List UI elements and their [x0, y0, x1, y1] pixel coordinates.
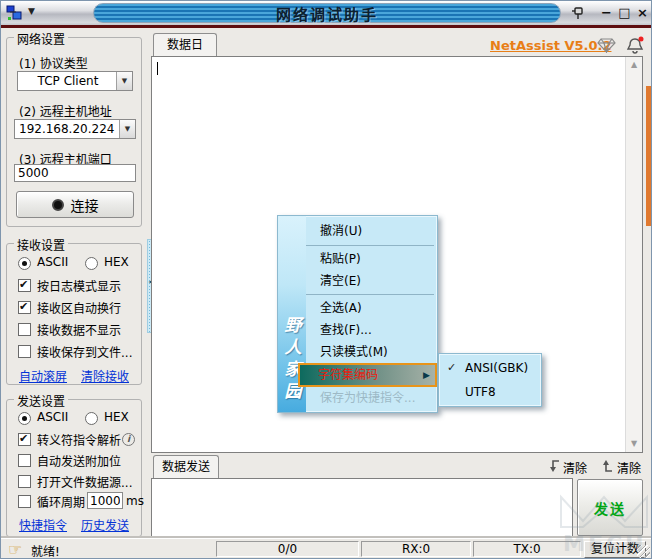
- status-tx: TX:0: [473, 541, 581, 557]
- auto-append-label: 自动发送附加位: [37, 452, 121, 469]
- auto-scroll-link[interactable]: 自动滚屏: [19, 367, 67, 384]
- history-send-link[interactable]: 历史发送: [81, 516, 129, 533]
- send-hex-radio[interactable]: [85, 412, 98, 425]
- menu-items: 撤消(U) 粘贴(P) 清空(E) 全选(A) 查找(F)... 只读模式(M)…: [306, 216, 437, 412]
- title-bar: ▼ 网络调试助手 − □ ×: [1, 1, 651, 25]
- scroll-up-icon[interactable]: ▲: [626, 57, 642, 73]
- ansi-gbk-label: ANSI(GBK): [465, 361, 528, 375]
- titlebar-accent-line: [1, 25, 651, 28]
- receive-ascii-radio[interactable]: [18, 257, 31, 270]
- data-send-tab-label: 数据发送: [162, 460, 210, 474]
- menu-item-paste[interactable]: 粘贴(P): [306, 248, 437, 270]
- save-to-file-label: 接收保存到文件...: [37, 343, 132, 360]
- resize-grip[interactable]: [637, 545, 650, 558]
- scroll-down-icon[interactable]: ▼: [626, 436, 642, 452]
- minimize-button[interactable]: −: [598, 3, 615, 22]
- file-source-label: 打开文件数据源...: [37, 473, 132, 490]
- connect-button[interactable]: 连接: [16, 191, 134, 218]
- menu-item-undo[interactable]: 撤消(U): [306, 219, 437, 243]
- log-scrollbar[interactable]: ▲ ▼: [625, 57, 642, 452]
- version-link[interactable]: NetAssist V5.0.2: [490, 38, 611, 53]
- chevron-down-icon[interactable]: ▼: [116, 72, 132, 90]
- connect-label: 连接: [71, 195, 99, 215]
- save-to-file-checkbox[interactable]: [18, 345, 31, 358]
- notification-dot: [639, 37, 644, 42]
- submenu-item-ansi-gbk[interactable]: ✓ ANSI(GBK): [439, 356, 541, 380]
- submenu-item-utf8[interactable]: UTF8: [439, 380, 541, 404]
- status-ready-text: 就绪!: [31, 542, 60, 559]
- cycle-label: 循环周期: [37, 493, 85, 510]
- auto-wrap-label: 接收区自动换行: [37, 299, 121, 316]
- network-settings-title: 网络设置: [14, 30, 68, 47]
- receive-hex-radio[interactable]: [85, 257, 98, 270]
- title-plate: 网络调试助手: [93, 3, 561, 23]
- status-counter: 0/0: [216, 541, 359, 557]
- pin-icon[interactable]: [568, 4, 588, 22]
- maximize-button[interactable]: □: [616, 3, 633, 22]
- clear-receive-button[interactable]: 清除: [563, 459, 587, 476]
- log-mode-label: 按日志模式显示: [37, 277, 121, 294]
- receive-hex-label: HEX: [104, 255, 129, 269]
- send-button-label: 发送: [594, 498, 626, 518]
- log-mode-checkbox[interactable]: [18, 279, 31, 292]
- bell-icon[interactable]: [625, 36, 645, 54]
- network-settings-group: 网络设置 (1) 协议类型 TCP Client ▼ (2) 远程主机地址 19…: [6, 37, 142, 227]
- gem-icon[interactable]: [597, 38, 616, 53]
- send-button[interactable]: 发送: [577, 479, 643, 536]
- clear-send-arrow-icon[interactable]: [599, 459, 614, 473]
- text-caret: [157, 62, 158, 75]
- receive-settings-group: 接收设置 ASCII HEX 按日志模式显示 接收区自动换行 接收数据不显示 接…: [6, 243, 142, 385]
- menu-item-select-all[interactable]: 全选(A): [306, 297, 437, 319]
- quick-commands-link[interactable]: 快捷指令: [19, 516, 67, 533]
- menu-separator: [306, 245, 434, 246]
- protocol-value: TCP Client: [22, 72, 114, 90]
- menu-item-readonly-mode[interactable]: 只读模式(M): [306, 341, 437, 363]
- host-label: (2) 远程主机地址: [19, 102, 112, 119]
- receive-settings-title: 接收设置: [14, 236, 68, 253]
- tab-data-log[interactable]: 数据日志: [153, 33, 217, 56]
- protocol-label: (1) 协议类型: [19, 54, 88, 71]
- menu-item-find[interactable]: 查找(F)...: [306, 319, 437, 341]
- submenu-arrow-icon: ▶: [423, 365, 430, 385]
- file-source-checkbox[interactable]: [18, 475, 31, 488]
- utf8-label: UTF8: [465, 385, 496, 399]
- auto-append-checkbox[interactable]: [18, 454, 31, 467]
- host-combobox[interactable]: 192.168.20.224 ▼: [14, 119, 136, 139]
- chevron-down-icon[interactable]: ▼: [119, 120, 135, 138]
- menu-item-charset-encoding[interactable]: 字符集编码 ▶: [298, 363, 437, 387]
- cycle-checkbox[interactable]: [18, 495, 31, 508]
- menu-item-clear[interactable]: 清空(E): [306, 270, 437, 292]
- receive-ascii-label: ASCII: [37, 255, 68, 269]
- send-ascii-label: ASCII: [37, 410, 68, 424]
- protocol-combobox[interactable]: TCP Client ▼: [17, 71, 133, 91]
- connection-status-icon: [52, 199, 64, 211]
- menu-item-save-quick-command[interactable]: 保存为快捷指令...: [306, 387, 437, 409]
- hide-received-checkbox[interactable]: [18, 323, 31, 336]
- clear-receive-link[interactable]: 清除接收: [81, 367, 129, 384]
- status-bar: ☞ 就绪! 0/0 RX:0 TX:0 复位计数: [1, 538, 651, 559]
- send-hex-label: HEX: [104, 410, 129, 424]
- auto-wrap-checkbox[interactable]: [18, 301, 31, 314]
- hide-received-label: 接收数据不显示: [37, 321, 121, 338]
- clear-receive-arrow-icon[interactable]: [546, 459, 561, 473]
- send-settings-title: 发送设置: [14, 392, 68, 409]
- tab-data-send[interactable]: 数据发送: [153, 455, 219, 478]
- send-textarea[interactable]: [151, 478, 573, 537]
- system-menu-caret-icon[interactable]: ▼: [28, 6, 35, 16]
- window-title: 网络调试助手: [276, 3, 378, 24]
- pointing-hand-icon: ☞: [8, 540, 22, 559]
- escape-parse-checkbox[interactable]: [18, 433, 31, 446]
- send-ascii-radio[interactable]: [18, 412, 31, 425]
- port-input[interactable]: [14, 164, 136, 182]
- context-menu: 野人家园 撤消(U) 粘贴(P) 清空(E) 全选(A) 查找(F)... 只读…: [277, 215, 438, 413]
- dock-edge-strip[interactable]: [646, 86, 652, 226]
- app-icon[interactable]: [6, 5, 22, 21]
- menu-separator: [306, 294, 434, 295]
- cycle-input[interactable]: [87, 492, 123, 509]
- escape-parse-label: 转义符指令解析: [37, 431, 121, 448]
- info-icon[interactable]: i: [122, 433, 135, 446]
- clear-send-button[interactable]: 清除: [617, 459, 641, 476]
- check-icon: ✓: [447, 356, 456, 380]
- close-button[interactable]: ×: [634, 3, 651, 22]
- charset-encoding-label: 字符集编码: [318, 368, 378, 382]
